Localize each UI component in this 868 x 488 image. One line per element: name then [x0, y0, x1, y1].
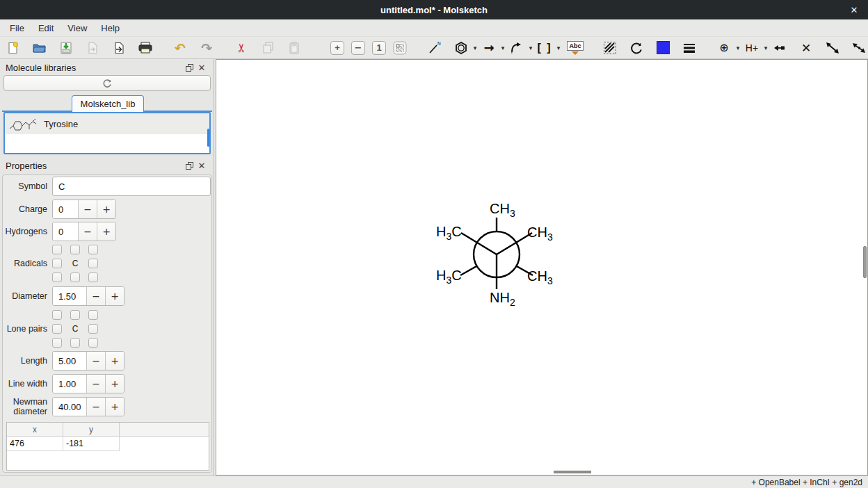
length-value[interactable]: 5.00 — [53, 352, 86, 370]
newman-decrement-button[interactable]: − — [86, 398, 105, 416]
menu-edit[interactable]: Edit — [31, 21, 61, 35]
symbol-input[interactable]: C — [52, 177, 211, 196]
charge-tool[interactable]: ⊕ — [715, 39, 733, 57]
print-button[interactable] — [136, 39, 154, 57]
library-list-scrollbar[interactable] — [207, 129, 209, 147]
line-width-decrement-button[interactable]: − — [86, 375, 105, 393]
cut-button[interactable]: ✂ — [232, 39, 250, 57]
menu-help[interactable]: Help — [94, 21, 127, 35]
copy-button[interactable] — [259, 39, 277, 57]
lone-pair-checkbox[interactable] — [88, 338, 98, 348]
flip-vertical-button[interactable] — [850, 39, 868, 57]
hydrogen-tool[interactable]: H+ — [743, 39, 761, 57]
atom-label-h3c-top-left[interactable]: H3C — [436, 225, 462, 241]
export-button[interactable] — [110, 39, 128, 57]
line-width-increment-button[interactable]: + — [105, 375, 124, 393]
drawing-canvas[interactable]: CH3 H3C CH3 H3C CH3 NH2 — [216, 59, 868, 475]
menu-file[interactable]: File — [3, 21, 31, 35]
zoom-reset-button[interactable]: 1 — [370, 39, 388, 57]
line-width-value[interactable]: 1.00 — [53, 375, 86, 393]
open-file-button[interactable] — [31, 39, 49, 57]
radical-checkbox[interactable] — [88, 259, 98, 268]
reaction-arrow-tool[interactable]: → — [480, 39, 498, 57]
libraries-float-button[interactable] — [183, 62, 195, 73]
redo-button[interactable]: ↷ — [198, 39, 216, 57]
radical-checkbox[interactable] — [88, 273, 98, 282]
libraries-close-button[interactable]: ✕ — [195, 62, 208, 73]
coordinate-x-cell[interactable]: 476 — [7, 437, 63, 451]
library-refresh-button[interactable] — [3, 75, 211, 91]
zoom-out-button[interactable]: − — [349, 39, 367, 57]
mechanism-arrow-dropdown[interactable]: ▾ — [526, 39, 536, 57]
list-item-tyrosine[interactable]: Tyrosine — [5, 113, 209, 134]
ring-tool-dropdown[interactable]: ▾ — [470, 39, 480, 57]
text-tool[interactable]: Abc — [566, 39, 584, 57]
properties-close-button[interactable]: ✕ — [195, 160, 208, 171]
bracket-tool[interactable]: [ ] — [536, 39, 554, 57]
length-increment-button[interactable]: + — [105, 352, 124, 370]
bracket-tool-dropdown[interactable]: ▾ — [554, 39, 563, 57]
lone-pair-checkbox[interactable] — [70, 338, 80, 348]
newman-diameter-value[interactable]: 40.00 — [53, 398, 86, 416]
coordinate-y-cell[interactable]: -181 — [63, 437, 120, 451]
lone-pair-checkbox[interactable] — [52, 324, 62, 334]
import-button[interactable] — [83, 39, 102, 57]
column-header-x[interactable]: x — [7, 423, 63, 436]
ring-tool[interactable] — [452, 39, 470, 57]
lone-pair-checkbox[interactable] — [70, 310, 80, 320]
properties-float-button[interactable] — [183, 160, 195, 171]
zoom-in-button[interactable]: + — [328, 39, 346, 57]
lone-pair-checkbox[interactable] — [52, 338, 62, 348]
paste-button[interactable] — [285, 39, 303, 57]
lasso-tool[interactable] — [601, 39, 619, 57]
radical-checkbox[interactable] — [70, 245, 80, 254]
zoom-fit-button[interactable] — [391, 39, 409, 57]
hydrogens-increment-button[interactable]: + — [97, 222, 115, 241]
atom-label-h3c-bottom-left[interactable]: H3C — [436, 268, 462, 285]
atom-label-ch3-top[interactable]: CH3 — [490, 202, 515, 218]
mechanism-arrow-tool[interactable] — [508, 39, 526, 57]
charge-value[interactable]: 0 — [53, 200, 78, 218]
canvas-vertical-scrollbar[interactable] — [863, 246, 867, 278]
hydrogens-value[interactable]: 0 — [53, 222, 78, 241]
reaction-arrow-dropdown[interactable]: ▾ — [498, 39, 508, 57]
charge-decrement-button[interactable]: − — [78, 200, 97, 218]
undo-button[interactable]: ↶ — [171, 39, 189, 57]
diameter-decrement-button[interactable]: − — [86, 287, 105, 305]
delete-tool[interactable]: ✕ — [797, 39, 815, 57]
atom-label-ch3-bottom-right[interactable]: CH3 — [527, 269, 553, 286]
diameter-increment-button[interactable]: + — [105, 287, 124, 305]
menu-view[interactable]: View — [61, 21, 94, 35]
atom-label-ch3-top-right[interactable]: CH3 — [527, 225, 553, 242]
rotate-tool[interactable] — [627, 39, 645, 57]
length-decrement-button[interactable]: − — [86, 352, 105, 370]
flip-horizontal-button[interactable] — [823, 39, 842, 57]
new-file-button[interactable] — [4, 39, 22, 57]
hydrogen-tool-dropdown[interactable]: ▾ — [761, 39, 771, 57]
radical-checkbox[interactable] — [52, 273, 62, 282]
window-close-button[interactable]: ✕ — [847, 3, 861, 17]
lone-pair-checkbox[interactable] — [52, 310, 62, 320]
charge-tool-dropdown[interactable]: ▾ — [733, 39, 743, 57]
diameter-row: Diameter 1.50 − + — [4, 286, 124, 306]
symbol-label: Symbol — [4, 181, 47, 191]
radical-checkbox[interactable] — [70, 273, 80, 282]
tab-molsketch-lib[interactable]: Molsketch_lib — [72, 95, 144, 112]
atom-label-nh2-bottom[interactable]: NH2 — [490, 291, 515, 307]
column-header-y[interactable]: y — [63, 423, 120, 436]
diameter-value[interactable]: 1.50 — [53, 287, 86, 305]
canvas-horizontal-scrollbar[interactable] — [554, 471, 591, 473]
draw-bond-tool[interactable]: N — [426, 39, 444, 57]
hydrogens-decrement-button[interactable]: − — [78, 222, 97, 241]
charge-increment-button[interactable]: + — [97, 200, 115, 218]
save-button[interactable] — [57, 39, 75, 57]
newman-increment-button[interactable]: + — [105, 398, 124, 416]
color-picker-button[interactable] — [654, 39, 672, 57]
radical-checkbox[interactable] — [52, 259, 62, 268]
radical-checkbox[interactable] — [52, 245, 62, 254]
radical-checkbox[interactable] — [88, 245, 98, 254]
lone-pair-checkbox[interactable] — [88, 310, 98, 320]
line-width-button[interactable] — [680, 39, 698, 57]
lone-pair-checkbox[interactable] — [88, 324, 98, 334]
connect-tool[interactable] — [771, 39, 789, 57]
